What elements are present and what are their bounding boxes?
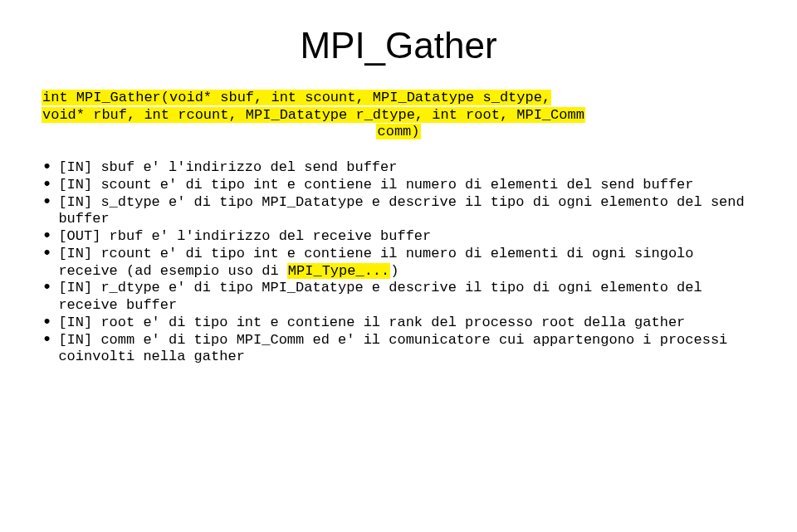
- bullet-icon: •: [42, 177, 52, 193]
- page-title: MPI_Gather: [42, 25, 755, 66]
- param-text: [IN] root e' di tipo int e contiene il r…: [58, 315, 685, 330]
- bullet-icon: •: [42, 228, 52, 245]
- param-text: [IN] scount e' di tipo int e contiene il…: [58, 177, 693, 193]
- param-text: [IN] r_dtype e' di tipo MPI_Datatype e d…: [58, 280, 702, 313]
- signature-line-1: int MPI_Gather(void* sbuf, int scount, M…: [42, 90, 551, 105]
- signature-line-2: void* rbuf, int rcount, MPI_Datatype r_d…: [42, 107, 585, 123]
- param-item: •[IN] rcount e' di tipo int e contiene i…: [42, 246, 755, 280]
- param-item: •[IN] sbuf e' l'indirizzo del send buffe…: [42, 159, 755, 177]
- param-text: [IN] comm e' di tipo MPI_Comm ed e' il c…: [58, 332, 727, 365]
- bullet-icon: •: [42, 332, 52, 349]
- param-item: •[IN] scount e' di tipo int e contiene i…: [42, 177, 755, 194]
- parameter-list: •[IN] sbuf e' l'indirizzo del send buffe…: [42, 159, 755, 366]
- param-text: [IN] s_dtype e' di tipo MPI_Datatype e d…: [58, 194, 744, 227]
- function-signature: int MPI_Gather(void* sbuf, int scount, M…: [42, 90, 755, 141]
- param-item: •[OUT] rbuf e' l'indirizzo del receive b…: [42, 228, 755, 246]
- bullet-icon: •: [42, 280, 52, 296]
- param-highlight: MPI_Type_...: [287, 263, 390, 279]
- param-text: [IN] sbuf e' l'indirizzo del send buffer: [58, 159, 397, 175]
- param-item: •[IN] root e' di tipo int e contiene il …: [42, 315, 755, 332]
- signature-line-3: comm): [376, 124, 420, 139]
- param-text-post: ): [390, 263, 398, 279]
- bullet-icon: •: [42, 246, 52, 262]
- param-item: •[IN] s_dtype e' di tipo MPI_Datatype e …: [42, 194, 755, 228]
- bullet-icon: •: [42, 194, 52, 211]
- param-text: [OUT] rbuf e' l'indirizzo del receive bu…: [58, 228, 431, 244]
- param-item: •[IN] comm e' di tipo MPI_Comm ed e' il …: [42, 332, 755, 366]
- param-item: •[IN] r_dtype e' di tipo MPI_Datatype e …: [42, 280, 755, 314]
- bullet-icon: •: [42, 315, 52, 331]
